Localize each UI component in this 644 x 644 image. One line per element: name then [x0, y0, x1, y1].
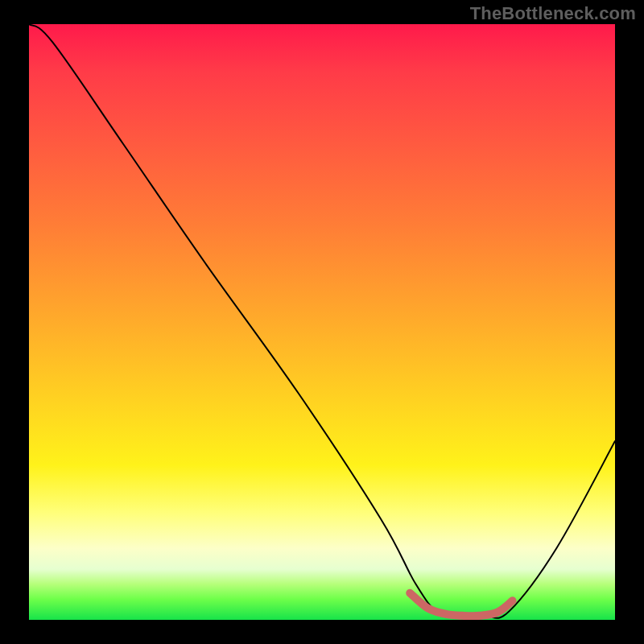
bottleneck-curve-path [29, 24, 615, 618]
plot-area [29, 24, 615, 620]
chart-container: TheBottleneck.com [0, 0, 644, 644]
chart-svg [29, 24, 615, 620]
watermark-text: TheBottleneck.com [470, 3, 636, 24]
optimal-range-path [410, 593, 512, 617]
